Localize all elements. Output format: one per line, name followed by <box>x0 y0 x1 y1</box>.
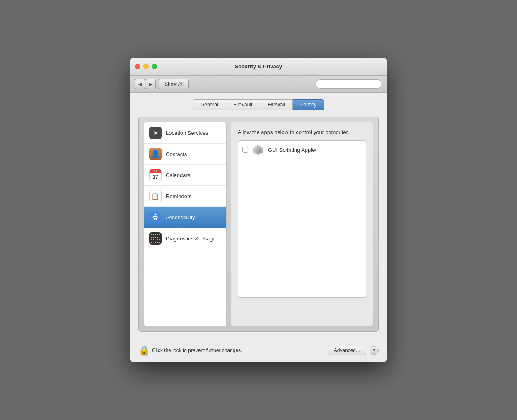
svg-point-0 <box>155 214 157 216</box>
reminders-icon: 📋 <box>149 190 162 202</box>
window-title: Security & Privacy <box>235 63 282 70</box>
show-all-button[interactable]: Show All <box>159 79 189 89</box>
lock-button[interactable]: 🔒 Click the lock to prevent further chan… <box>138 345 242 356</box>
sidebar-item-contacts[interactable]: 👤 Contacts <box>144 144 226 165</box>
app-checkbox[interactable] <box>242 147 248 153</box>
traffic-lights <box>135 64 157 69</box>
titlebar: Security & Privacy <box>130 58 387 76</box>
sidebar-item-location-services[interactable]: ➤ Location Services <box>144 122 226 144</box>
lock-icon: 🔒 <box>138 345 150 356</box>
tab-general[interactable]: General <box>193 99 226 110</box>
app-name: GUI Scripting Applet <box>268 147 316 153</box>
close-button[interactable] <box>135 64 140 69</box>
forward-button[interactable]: ▶ <box>146 79 156 89</box>
help-button[interactable]: ? <box>370 346 379 355</box>
minimize-button[interactable] <box>143 64 149 69</box>
sidebar-item-diagnostics[interactable]: Diagnostics & Usage <box>144 228 226 249</box>
panel-description: Allow the apps below to control your com… <box>238 129 366 135</box>
sidebar-item-label: Contacts <box>166 151 187 157</box>
location-icon: ➤ <box>149 127 162 139</box>
main-panel: ➤ Location Services 👤 Contacts 17 17 <box>138 117 379 332</box>
back-button[interactable]: ◀ <box>135 79 145 89</box>
contacts-icon: 👤 <box>149 148 162 160</box>
sidebar-item-label: Reminders <box>166 193 192 199</box>
toolbar: ◀ ▶ Show All 🔍 <box>130 76 387 93</box>
sidebar-item-label: Accessibility <box>166 214 195 221</box>
tab-bar: General FileVault Firewall Privacy <box>138 99 379 110</box>
sidebar: ➤ Location Services 👤 Contacts 17 17 <box>144 122 227 326</box>
sidebar-item-label: Calendars <box>166 172 190 178</box>
sidebar-item-reminders[interactable]: 📋 Reminders <box>144 186 226 207</box>
accessibility-icon <box>149 211 162 223</box>
search-wrapper: 🔍 <box>316 79 382 89</box>
bottom-bar: 🔒 Click the lock to prevent further chan… <box>130 340 387 362</box>
sidebar-item-label: Diagnostics & Usage <box>166 235 216 242</box>
calendars-icon: 17 17 <box>149 169 162 181</box>
sidebar-item-calendars[interactable]: 17 17 Calendars <box>144 165 226 186</box>
tab-filevault[interactable]: FileVault <box>226 99 261 110</box>
bottom-right: Advanced... ? <box>328 346 379 355</box>
sidebar-item-accessibility[interactable]: Accessibility <box>144 207 226 228</box>
app-item-gui-scripting: GUI Scripting Applet <box>238 141 366 159</box>
main-window: Security & Privacy ◀ ▶ Show All 🔍 Genera… <box>130 58 387 362</box>
advanced-button[interactable]: Advanced... <box>328 346 366 355</box>
search-input[interactable] <box>316 79 382 89</box>
maximize-button[interactable] <box>152 64 157 69</box>
content-area: General FileVault Firewall Privacy ➤ <box>130 93 387 340</box>
sidebar-item-label: Location Services <box>166 130 208 136</box>
lock-text: Click the lock to prevent further change… <box>152 348 242 353</box>
nav-buttons: ◀ ▶ <box>135 79 156 89</box>
right-panel: Allow the apps below to control your com… <box>231 122 373 326</box>
app-icon-gui-scripting <box>252 144 264 156</box>
tab-privacy[interactable]: Privacy <box>293 99 324 110</box>
diagnostics-icon <box>149 232 162 245</box>
tab-firewall[interactable]: Firewall <box>260 99 292 110</box>
apps-list: GUI Scripting Applet <box>238 140 366 298</box>
